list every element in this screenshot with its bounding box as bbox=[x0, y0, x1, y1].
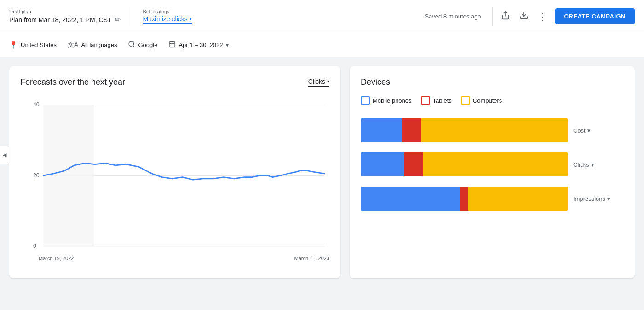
devices-legend: Mobile phones Tablets Computers bbox=[361, 96, 624, 105]
svg-rect-13 bbox=[43, 105, 94, 246]
edit-icon[interactable]: ✏ bbox=[115, 15, 121, 24]
impressions-bar bbox=[361, 187, 568, 211]
share-icon bbox=[501, 11, 510, 22]
bid-strategy-label: Bid strategy bbox=[143, 9, 192, 14]
filter-bar: 📍 United States 文A All languages Google … bbox=[0, 33, 644, 57]
location-pin-icon: 📍 bbox=[9, 41, 18, 49]
location-value: United States bbox=[21, 41, 57, 48]
devices-card: Devices Mobile phones Tablets Computers bbox=[350, 66, 635, 278]
tablets-legend-label: Tablets bbox=[433, 97, 452, 104]
back-arrow-icon: ◀ bbox=[3, 152, 6, 158]
impressions-dropdown-arrow: ▾ bbox=[607, 195, 610, 202]
more-icon: ⋮ bbox=[538, 11, 547, 22]
share-button[interactable] bbox=[496, 7, 515, 26]
calendar-icon bbox=[168, 41, 176, 49]
language-filter[interactable]: 文A All languages bbox=[68, 41, 117, 49]
cost-label[interactable]: Cost ▾ bbox=[573, 127, 624, 134]
cost-bar bbox=[361, 118, 568, 142]
legend-computers: Computers bbox=[461, 96, 502, 105]
line-chart-container: 40 20 0 bbox=[20, 96, 329, 253]
header-right-divider bbox=[492, 7, 493, 26]
clicks-tablets-segment bbox=[404, 152, 423, 176]
chart-x-end: March 11, 2023 bbox=[294, 256, 329, 261]
legend-tablets: Tablets bbox=[421, 96, 452, 105]
clicks-dropdown-arrow: ▾ bbox=[591, 161, 594, 168]
cost-computers-segment bbox=[421, 118, 568, 142]
chart-metric-dropdown[interactable]: Clicks ▾ bbox=[308, 78, 329, 87]
chart-title: Forecasts over the next year bbox=[20, 77, 125, 87]
plan-name-text: Plan from Mar 18, 2022, 1 PM, CST bbox=[9, 16, 112, 23]
plan-name-row: Plan from Mar 18, 2022, 1 PM, CST ✏ bbox=[9, 15, 121, 24]
cost-mobile-segment bbox=[361, 118, 402, 142]
bid-dropdown-arrow: ▾ bbox=[190, 16, 192, 21]
svg-line-1 bbox=[133, 46, 135, 47]
cost-bar-row: Cost ▾ bbox=[361, 118, 624, 142]
impressions-tablets-segment bbox=[460, 187, 468, 211]
impressions-mobile-segment bbox=[361, 187, 460, 211]
bid-strategy-dropdown[interactable]: Maximize clicks ▾ bbox=[143, 15, 192, 24]
download-button[interactable] bbox=[515, 7, 533, 26]
date-range-filter[interactable]: Apr 1 – 30, 2022 ▾ bbox=[168, 41, 228, 49]
date-range-arrow: ▾ bbox=[226, 42, 229, 48]
svg-text:0: 0 bbox=[33, 243, 36, 249]
network-icon bbox=[128, 41, 135, 49]
computers-legend-icon bbox=[461, 96, 470, 105]
clicks-bar-row: Clicks ▾ bbox=[361, 152, 624, 176]
devices-title: Devices bbox=[361, 77, 624, 87]
side-nav-toggle[interactable]: ◀ bbox=[0, 146, 9, 164]
impressions-bar-row: Impressions ▾ bbox=[361, 187, 624, 211]
svg-rect-3 bbox=[169, 42, 175, 47]
clicks-computers-segment bbox=[423, 152, 568, 176]
header-left: Draft plan Plan from Mar 18, 2022, 1 PM,… bbox=[9, 9, 121, 24]
line-chart-svg: 40 20 0 bbox=[20, 96, 329, 253]
chart-metric-arrow: ▾ bbox=[327, 79, 329, 84]
language-value: All languages bbox=[81, 41, 117, 48]
cost-tablets-segment bbox=[402, 118, 421, 142]
impressions-computers-segment bbox=[468, 187, 568, 211]
cost-label-text: Cost bbox=[573, 127, 586, 134]
chart-header: Forecasts over the next year Clicks ▾ bbox=[20, 77, 329, 87]
chart-metric-label: Clicks bbox=[308, 78, 325, 85]
date-range-value: Apr 1 – 30, 2022 bbox=[178, 41, 223, 48]
impressions-label-text: Impressions bbox=[573, 195, 605, 202]
network-filter[interactable]: Google bbox=[128, 41, 157, 49]
saved-text: Saved 8 minutes ago bbox=[425, 13, 481, 20]
devices-bar-rows: Cost ▾ Clicks ▾ bbox=[361, 118, 624, 211]
svg-text:40: 40 bbox=[33, 101, 40, 108]
mobile-legend-icon bbox=[361, 96, 370, 105]
tablets-legend-icon bbox=[421, 96, 430, 105]
svg-text:20: 20 bbox=[33, 172, 40, 179]
draft-plan-label: Draft plan bbox=[9, 9, 121, 14]
cost-dropdown-arrow: ▾ bbox=[587, 127, 591, 134]
location-filter[interactable]: 📍 United States bbox=[9, 41, 57, 49]
forecast-chart-card: Forecasts over the next year Clicks ▾ 40… bbox=[9, 66, 340, 278]
clicks-label[interactable]: Clicks ▾ bbox=[573, 161, 624, 168]
computers-legend-label: Computers bbox=[473, 97, 502, 104]
bid-strategy-value: Maximize clicks bbox=[143, 15, 188, 23]
bid-strategy-section: Bid strategy Maximize clicks ▾ bbox=[143, 9, 192, 24]
header: Draft plan Plan from Mar 18, 2022, 1 PM,… bbox=[0, 0, 644, 33]
download-icon bbox=[519, 11, 529, 22]
header-divider-1 bbox=[132, 7, 132, 26]
network-value: Google bbox=[138, 41, 157, 48]
more-options-button[interactable]: ⋮ bbox=[533, 7, 552, 26]
main-content: Forecasts over the next year Clicks ▾ 40… bbox=[0, 57, 644, 287]
mobile-legend-label: Mobile phones bbox=[373, 97, 412, 104]
svg-point-0 bbox=[129, 41, 134, 47]
clicks-mobile-segment bbox=[361, 152, 404, 176]
language-icon: 文A bbox=[68, 41, 78, 49]
chart-x-start: March 19, 2022 bbox=[39, 256, 74, 261]
clicks-label-text: Clicks bbox=[573, 161, 589, 168]
chart-x-labels: March 19, 2022 March 11, 2023 bbox=[20, 253, 329, 261]
legend-mobile: Mobile phones bbox=[361, 96, 412, 105]
clicks-bar bbox=[361, 152, 568, 176]
create-campaign-button[interactable]: CREATE CAMPAIGN bbox=[555, 8, 635, 24]
impressions-label[interactable]: Impressions ▾ bbox=[573, 195, 624, 202]
